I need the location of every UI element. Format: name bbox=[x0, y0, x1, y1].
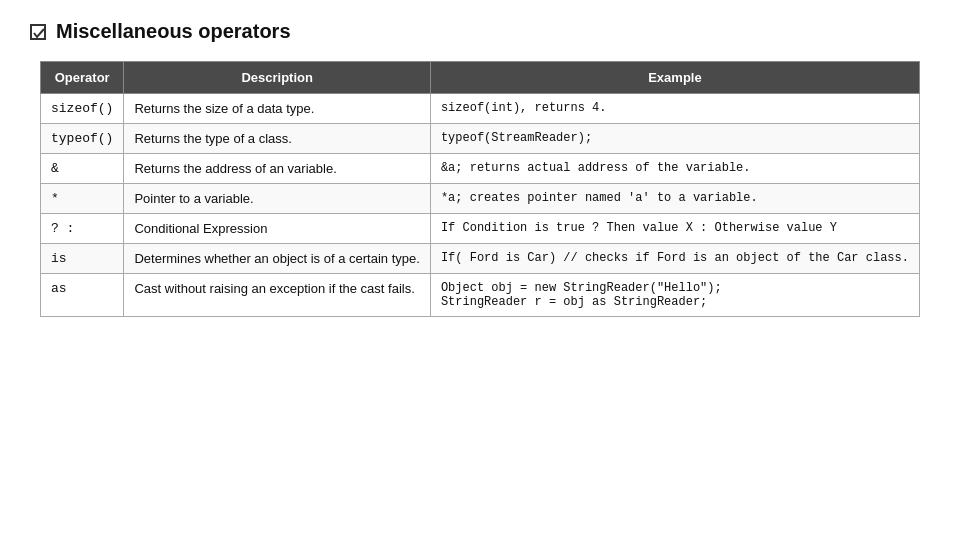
operator-cell: typeof() bbox=[41, 124, 124, 154]
table-row: *Pointer to a variable.*a; creates point… bbox=[41, 184, 920, 214]
table-wrapper: Operator Description Example sizeof()Ret… bbox=[40, 61, 920, 317]
example-cell: If Condition is true ? Then value X : Ot… bbox=[430, 214, 919, 244]
example-cell: *a; creates pointer named 'a' to a varia… bbox=[430, 184, 919, 214]
operator-cell: is bbox=[41, 244, 124, 274]
example-cell: sizeof(int), returns 4. bbox=[430, 94, 919, 124]
description-cell: Returns the address of an variable. bbox=[124, 154, 430, 184]
operator-cell: & bbox=[41, 154, 124, 184]
table-row: typeof()Returns the type of a class.type… bbox=[41, 124, 920, 154]
operator-cell: ? : bbox=[41, 214, 124, 244]
table-row: asCast without raising an exception if t… bbox=[41, 274, 920, 317]
description-cell: Cast without raising an exception if the… bbox=[124, 274, 430, 317]
table-row: &Returns the address of an variable.&a; … bbox=[41, 154, 920, 184]
operator-cell: * bbox=[41, 184, 124, 214]
operators-table: Operator Description Example sizeof()Ret… bbox=[40, 61, 920, 317]
example-cell: typeof(StreamReader); bbox=[430, 124, 919, 154]
title-row: Miscellaneous operators bbox=[30, 20, 930, 43]
description-cell: Conditional Expression bbox=[124, 214, 430, 244]
col-header-operator: Operator bbox=[41, 62, 124, 94]
col-header-description: Description bbox=[124, 62, 430, 94]
example-cell: &a; returns actual address of the variab… bbox=[430, 154, 919, 184]
example-cell: Object obj = new StringReader("Hello");S… bbox=[430, 274, 919, 317]
operator-cell: sizeof() bbox=[41, 94, 124, 124]
table-row: isDetermines whether an object is of a c… bbox=[41, 244, 920, 274]
description-cell: Returns the type of a class. bbox=[124, 124, 430, 154]
page-title: Miscellaneous operators bbox=[56, 20, 291, 43]
description-cell: Determines whether an object is of a cer… bbox=[124, 244, 430, 274]
description-cell: Pointer to a variable. bbox=[124, 184, 430, 214]
col-header-example: Example bbox=[430, 62, 919, 94]
checkbox-icon bbox=[30, 24, 46, 40]
operator-cell: as bbox=[41, 274, 124, 317]
table-row: ? :Conditional ExpressionIf Condition is… bbox=[41, 214, 920, 244]
table-row: sizeof()Returns the size of a data type.… bbox=[41, 94, 920, 124]
description-cell: Returns the size of a data type. bbox=[124, 94, 430, 124]
example-cell: If( Ford is Car) // checks if Ford is an… bbox=[430, 244, 919, 274]
